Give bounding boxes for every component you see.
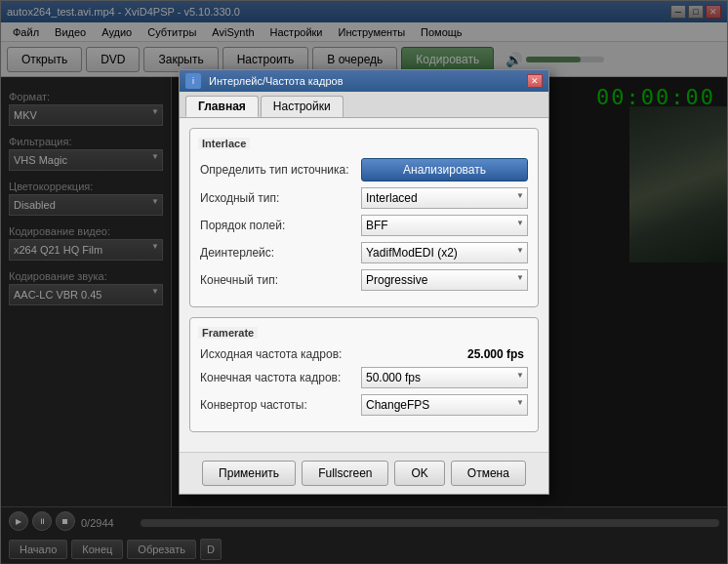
modal-tabs: Главная Настройки [180, 92, 548, 118]
source-type-control: Interlaced [361, 187, 528, 209]
interlace-group-title: Interlace [198, 138, 250, 149]
target-fps-label: Конечная частота кадров: [200, 371, 361, 384]
modal-footer: Применить Fullscreen OK Отмена [180, 452, 548, 494]
source-fps-label: Исходная частота кадров: [200, 347, 361, 361]
apply-button[interactable]: Применить [202, 461, 296, 486]
detect-control: Анализировать [361, 158, 528, 181]
deinterlace-label: Деинтерлейс: [200, 246, 361, 260]
tab-settings[interactable]: Настройки [261, 96, 344, 117]
target-fps-dropdown[interactable]: 50.000 fps [361, 367, 528, 388]
field-order-dropdown[interactable]: BFF [361, 215, 528, 236]
cancel-button[interactable]: Отмена [451, 461, 526, 486]
field-order-control: BFF [361, 215, 528, 236]
final-type-row: Конечный тип: Progressive [200, 269, 528, 291]
source-type-row: Исходный тип: Interlaced [200, 187, 528, 209]
interlace-group: Interlace Определить тип источника: Анал… [189, 128, 539, 307]
converter-row: Конвертор частоты: ChangeFPS [200, 394, 528, 416]
framerate-group: Framerate Исходная частота кадров: 25.00… [189, 317, 539, 432]
interlace-dialog: i Интерлейс/Частота кадров ✕ Главная Нас… [179, 69, 549, 495]
deinterlace-control: YadifModEDI (x2) [361, 242, 528, 263]
deinterlace-dropdown[interactable]: YadifModEDI (x2) [361, 242, 528, 263]
modal-body: Interlace Определить тип источника: Анал… [180, 118, 548, 452]
final-type-control: Progressive [361, 269, 528, 291]
deinterlace-row: Деинтерлейс: YadifModEDI (x2) [200, 242, 528, 263]
tab-main[interactable]: Главная [185, 96, 259, 117]
final-type-label: Конечный тип: [200, 273, 361, 287]
modal-close-button[interactable]: ✕ [527, 74, 543, 88]
ok-button[interactable]: OK [394, 461, 444, 486]
target-fps-row: Конечная частота кадров: 50.000 fps [200, 367, 528, 388]
framerate-group-content: Исходная частота кадров: 25.000 fps Коне… [190, 340, 538, 431]
target-fps-control: 50.000 fps [361, 367, 528, 388]
field-order-label: Порядок полей: [200, 219, 361, 232]
modal-icon: i [185, 73, 201, 89]
detect-row: Определить тип источника: Анализировать [200, 158, 528, 181]
converter-dropdown[interactable]: ChangeFPS [361, 394, 528, 416]
modal-title-bar: i Интерлейс/Частота кадров ✕ [180, 70, 548, 92]
analyze-button[interactable]: Анализировать [361, 158, 528, 181]
field-order-row: Порядок полей: BFF [200, 215, 528, 236]
final-type-dropdown[interactable]: Progressive [361, 269, 528, 291]
modal-overlay: i Интерлейс/Частота кадров ✕ Главная Нас… [1, 1, 727, 563]
source-type-dropdown[interactable]: Interlaced [361, 187, 528, 209]
converter-label: Конвертор частоты: [200, 398, 361, 412]
fullscreen-button[interactable]: Fullscreen [302, 461, 388, 486]
main-window: autox264_test.avi.mp4 - XviD4PSP - v5.10… [0, 0, 728, 564]
source-fps-value: 25.000 fps [361, 347, 528, 361]
modal-title: Интерлейс/Частота кадров [209, 75, 344, 87]
detect-label: Определить тип источника: [200, 163, 361, 177]
interlace-group-content: Определить тип источника: Анализировать … [190, 150, 538, 306]
framerate-group-title: Framerate [198, 327, 258, 339]
source-fps-row: Исходная частота кадров: 25.000 fps [200, 347, 528, 361]
source-type-label: Исходный тип: [200, 191, 361, 205]
converter-control: ChangeFPS [361, 394, 528, 416]
